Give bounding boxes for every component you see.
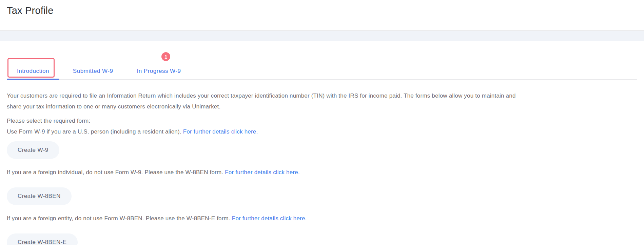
w9-instruction: Use Form W-9 if you are a U.S. person (i… xyxy=(7,128,181,135)
create-w9-button[interactable]: Create W-9 xyxy=(7,141,59,159)
tab-introduction[interactable]: Introduction xyxy=(7,62,59,79)
w8ben-instruction-block: If you are a foreign individual, do not … xyxy=(7,167,637,178)
page-title: Tax Profile xyxy=(7,5,644,16)
form-select-block: Please select the required form: Use For… xyxy=(7,116,637,137)
tab-in-progress-w9[interactable]: 1 In Progress W-9 xyxy=(126,62,191,79)
create-w8ben-button[interactable]: Create W-8BEN xyxy=(7,187,72,205)
active-tab-underline xyxy=(7,79,59,80)
notification-badge: 1 xyxy=(161,52,170,61)
tab-submitted-w9[interactable]: Submitted W-9 xyxy=(63,62,123,79)
w9-details-link[interactable]: For further details click here. xyxy=(183,128,258,135)
intro-line-2: share your tax information to one or man… xyxy=(7,103,220,110)
tab-in-progress-w9-label: In Progress W-9 xyxy=(137,68,181,74)
w8ben-details-link[interactable]: For further details click here. xyxy=(225,169,300,176)
tab-introduction-label: Introduction xyxy=(17,68,49,74)
intro-paragraph: Your customers are required to file an I… xyxy=(7,90,637,112)
w8bene-details-link[interactable]: For further details click here. xyxy=(232,215,307,222)
main-content: Introduction Submitted W-9 1 In Progress… xyxy=(0,62,644,245)
intro-line-1: Your customers are required to file an I… xyxy=(7,93,516,99)
w8bene-instruction: If you are a foreign entity, do not use … xyxy=(7,215,230,222)
create-w8ben-e-button[interactable]: Create W-8BEN-E xyxy=(7,233,78,245)
form-select-prompt: Please select the required form: xyxy=(7,118,90,124)
tab-bar: Introduction Submitted W-9 1 In Progress… xyxy=(7,62,637,80)
tab-submitted-w9-label: Submitted W-9 xyxy=(73,68,113,74)
w8bene-instruction-block: If you are a foreign entity, do not use … xyxy=(7,213,637,224)
w8ben-instruction: If you are a foreign individual, do not … xyxy=(7,169,223,176)
toolbar-band xyxy=(0,31,644,41)
page-header: Tax Profile xyxy=(0,0,644,31)
